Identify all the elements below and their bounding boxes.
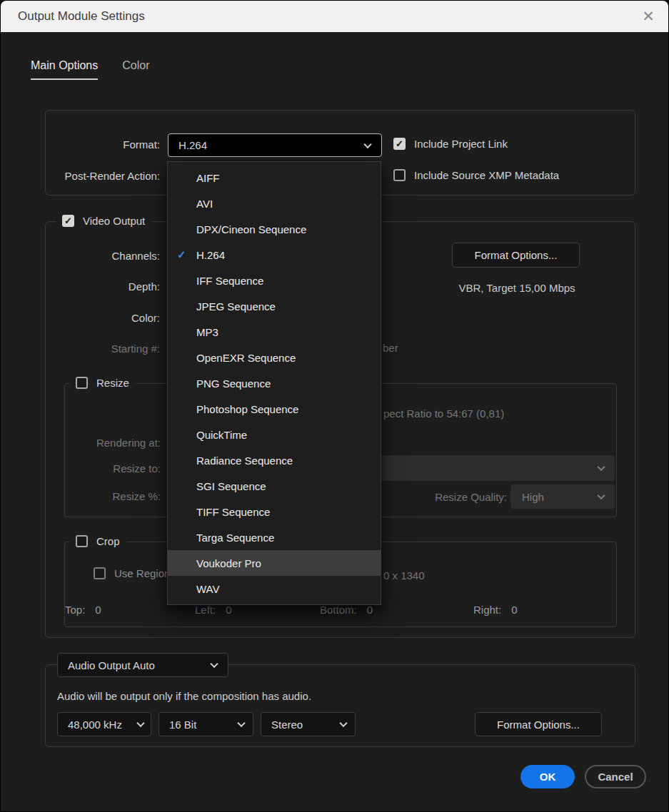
title-bar[interactable]: Output Module Settings ✕ [1, 1, 668, 32]
format-menu-item-label: OpenEXR Sequence [196, 352, 296, 364]
final-size-text-fragment: 0 x 1340 [383, 569, 425, 582]
format-dropdown-value: H.264 [178, 139, 207, 151]
format-menu-item[interactable]: AVI [168, 191, 381, 216]
tab-color[interactable]: Color [122, 59, 149, 80]
format-menu-item-label: QuickTime [196, 429, 247, 441]
format-menu-item[interactable]: Photoshop Sequence [168, 396, 381, 422]
bitrate-summary: VBR, Target 15,00 Mbps [403, 282, 631, 294]
dialog-title: Output Module Settings [18, 9, 145, 24]
crop-legend: Crop [69, 535, 126, 547]
use-region-row: Use Region [94, 567, 170, 579]
tab-main-options[interactable]: Main Options [31, 59, 98, 80]
format-menu-item-label: JPEG Sequence [196, 300, 276, 313]
crop-field-label: Top: [65, 604, 85, 616]
resize-quality-dropdown: High [510, 484, 615, 509]
format-menu-item[interactable]: SGI Sequence [168, 473, 381, 499]
format-label: Format: [46, 138, 160, 151]
use-region-label: Use Region [114, 567, 170, 579]
starting-number-label: Starting #: [46, 342, 160, 355]
audio-channels-dropdown[interactable]: Stereo [261, 712, 356, 736]
ok-button[interactable]: OK [520, 765, 575, 788]
bit-depth-value: 16 Bit [169, 719, 196, 731]
chevron-down-icon [363, 140, 371, 148]
audio-output-group: Audio Output Auto Audio will be output o… [45, 664, 635, 747]
depth-label: Depth: [46, 280, 160, 293]
audio-output-dropdown[interactable]: Audio Output Auto [57, 653, 228, 677]
format-dropdown-menu: AIFFAVIDPX/Cineon Sequence✓H.264IFF Sequ… [167, 161, 381, 605]
format-menu-item-label: Targa Sequence [196, 532, 274, 544]
audio-format-options-button[interactable]: Format Options... [475, 712, 602, 736]
chevron-down-icon [339, 719, 347, 727]
format-menu-item[interactable]: IFF Sequence [168, 268, 381, 293]
tab-bar: Main Options Color [31, 59, 150, 80]
format-menu-item[interactable]: AIFF [168, 165, 381, 191]
audio-channels-value: Stereo [271, 719, 303, 731]
format-menu-item-label: AVI [196, 198, 213, 210]
crop-field-value: 0 [226, 604, 231, 616]
format-menu-item[interactable]: TIFF Sequence [168, 499, 381, 524]
format-menu-item-label: DPX/Cineon Sequence [196, 223, 306, 235]
use-region-checkbox [94, 567, 106, 579]
crop-field: Left:0 [195, 604, 232, 616]
format-menu-item[interactable]: Targa Sequence [168, 524, 381, 550]
audio-output-value: Audio Output Auto [68, 659, 155, 671]
format-menu-item-label: SGI Sequence [196, 480, 266, 492]
crop-field-label: Bottom: [320, 604, 357, 616]
format-menu-item[interactable]: QuickTime [168, 422, 381, 447]
crop-field: Top:0 [65, 604, 101, 616]
video-output-checkbox[interactable] [62, 215, 74, 227]
format-menu-item[interactable]: MP3 [168, 319, 381, 345]
format-menu-item-label: WAV [196, 583, 220, 595]
format-menu-item-label: TIFF Sequence [196, 506, 270, 518]
format-menu-item[interactable]: OpenEXR Sequence [168, 345, 381, 370]
format-menu-item-label: Voukoder Pro [196, 557, 261, 569]
crop-field: Right:0 [473, 604, 518, 616]
resize-label: Resize [96, 377, 129, 389]
resize-quality-value: High [522, 491, 544, 503]
chevron-down-icon [597, 463, 605, 471]
bit-depth-dropdown[interactable]: 16 Bit [159, 712, 253, 736]
format-menu-item[interactable]: WAV [168, 576, 381, 602]
include-project-link-label: Include Project Link [414, 138, 508, 150]
crop-field-value: 0 [511, 604, 517, 616]
include-xmp-row: Include Source XMP Metadata [393, 169, 559, 181]
format-menu-item[interactable]: PNG Sequence [168, 370, 381, 396]
format-menu-item[interactable]: Radiance Sequence [168, 447, 381, 473]
include-project-link-row: Include Project Link [393, 138, 508, 150]
crop-field-label: Left: [195, 604, 216, 616]
close-icon[interactable]: ✕ [638, 6, 658, 26]
format-menu-item[interactable]: JPEG Sequence [168, 293, 381, 319]
format-menu-item[interactable]: Voukoder Pro [168, 550, 381, 576]
format-menu-item-label: H.264 [196, 249, 225, 261]
cancel-button[interactable]: Cancel [585, 765, 646, 788]
color-label: Color: [46, 312, 160, 324]
format-menu-item-label: Radiance Sequence [196, 455, 293, 467]
aspect-ratio-text-fragment: pect Ratio to 54:67 (0,81) [383, 407, 504, 420]
include-xmp-label: Include Source XMP Metadata [414, 169, 559, 181]
output-module-settings-dialog: Output Module Settings ✕ Main Options Co… [0, 0, 669, 812]
resize-quality-label: Resize Quality: [364, 491, 507, 503]
include-project-link-checkbox[interactable] [393, 138, 406, 150]
frame-number-text-fragment: ber [383, 342, 398, 354]
post-render-action-label: Post-Render Action: [46, 170, 160, 182]
resize-checkbox[interactable] [76, 377, 88, 389]
format-menu-item-label: IFF Sequence [196, 275, 263, 287]
crop-fields-row: Top:0Left:0Bottom:0Right:0 [65, 604, 616, 618]
rendering-at-label: Rendering at: [65, 437, 161, 449]
crop-label: Crop [96, 535, 120, 547]
video-output-label: Video Output [83, 215, 145, 227]
resize-legend: Resize [69, 377, 136, 389]
sample-rate-dropdown[interactable]: 48,000 kHz [57, 712, 151, 736]
chevron-down-icon [597, 492, 605, 499]
crop-checkbox[interactable] [76, 535, 88, 547]
resize-pct-label: Resize %: [65, 490, 161, 502]
audio-note: Audio will be output only if the composi… [57, 690, 311, 702]
format-menu-item[interactable]: DPX/Cineon Sequence [168, 216, 381, 242]
include-xmp-checkbox[interactable] [393, 169, 406, 181]
format-dropdown[interactable]: H.264 [168, 133, 382, 157]
video-output-legend: Video Output [56, 215, 151, 227]
video-format-options-button[interactable]: Format Options... [452, 243, 580, 268]
chevron-down-icon [210, 660, 218, 668]
format-menu-item[interactable]: ✓H.264 [168, 242, 381, 268]
crop-field-label: Right: [473, 604, 501, 616]
